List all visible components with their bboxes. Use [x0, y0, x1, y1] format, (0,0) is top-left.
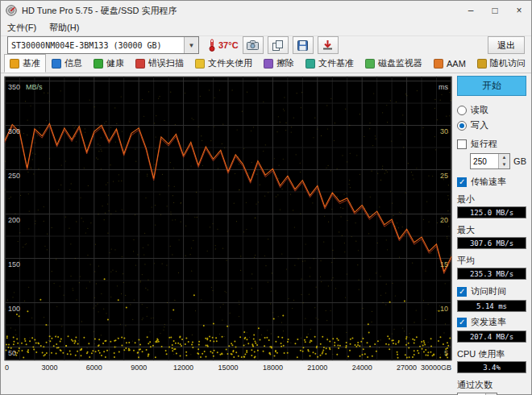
cpu-usage-label: CPU 使用率	[457, 348, 526, 360]
tab-bar: 基准信息健康错误扫描文件夹使用擦除文件基准磁盘监视器AAM随机访问额外测试	[1, 54, 531, 73]
svg-text:ms: ms	[438, 83, 448, 91]
tab-health[interactable]: 健康	[88, 54, 130, 73]
svg-text:24000: 24000	[352, 364, 372, 372]
capacity-unit-label: GB	[513, 156, 526, 166]
floppy-save-icon	[297, 40, 308, 51]
burst-rate-label: 突发速率	[471, 316, 506, 328]
access-time-option[interactable]: 访问时间	[457, 285, 526, 297]
svg-text:30: 30	[440, 127, 448, 135]
drive-selector[interactable]: ST30000NM004E-3BM133 (30000 GB) ▼	[7, 36, 199, 54]
capacity-row: ▲▼ GB	[470, 153, 526, 169]
short-stroke-checkbox[interactable]	[457, 139, 467, 149]
spin-down-icon[interactable]: ▼	[499, 161, 509, 168]
write-radio[interactable]	[457, 121, 467, 131]
read-label: 读取	[471, 104, 488, 116]
minimize-button[interactable]: –	[459, 1, 483, 20]
tab-label: 随机访问	[490, 57, 526, 69]
benchmark-chart: 35030025020015010050MB/sms30252015105030…	[4, 76, 452, 395]
svg-text:15: 15	[440, 260, 448, 268]
screenshot-button[interactable]	[243, 36, 264, 54]
svg-text:20: 20	[440, 216, 448, 224]
transfer-rate-option[interactable]: 传输速率	[457, 176, 526, 188]
tab-label: 信息	[64, 57, 82, 69]
file-bench-icon	[305, 59, 315, 69]
svg-text:50: 50	[8, 349, 16, 357]
health-icon	[94, 59, 103, 69]
benchmark-icon	[10, 59, 19, 69]
svg-text:100: 100	[8, 305, 20, 313]
burst-rate-option[interactable]: 突发速率	[457, 316, 526, 328]
burst-rate-checkbox[interactable]	[457, 318, 467, 327]
random-access-icon	[477, 59, 487, 69]
svg-text:27000: 27000	[397, 364, 417, 372]
svg-text:12000: 12000	[173, 364, 193, 372]
pass-count-label: 通过次数	[457, 379, 526, 391]
app-window: HD Tune Pro 5.75 - 硬盘/SSD 实用程序 – □ × 文件(…	[0, 0, 532, 395]
spin-up-icon[interactable]: ▲	[499, 154, 509, 161]
capacity-input[interactable]	[471, 154, 498, 168]
temperature-indicator: 37°C	[208, 39, 239, 52]
window-title: HD Tune Pro 5.75 - 硬盘/SSD 实用程序	[22, 5, 459, 17]
tab-aam[interactable]: AAM	[428, 54, 472, 73]
svg-text:150: 150	[8, 260, 20, 268]
burst-rate-display: 207.4 MB/s	[457, 331, 526, 343]
svg-text:25: 25	[440, 172, 448, 180]
svg-text:3000: 3000	[41, 364, 57, 372]
error-scan-icon	[135, 59, 145, 69]
svg-text:9000: 9000	[131, 364, 147, 372]
tab-label: 文件夹使用	[208, 57, 252, 69]
svg-text:200: 200	[8, 216, 20, 224]
folder-usage-icon	[195, 59, 205, 69]
access-time-display: 5.14 ms	[457, 300, 526, 312]
min-value-display: 125.0 MB/s	[457, 206, 526, 218]
tab-file-bench[interactable]: 文件基准	[300, 54, 360, 73]
transfer-rate-checkbox[interactable]	[457, 177, 467, 187]
avg-label: 平均	[457, 255, 526, 267]
benchmark-chart-svg: 35030025020015010050MB/sms30252015105030…	[4, 76, 452, 384]
export-results-button[interactable]	[318, 36, 339, 54]
chevron-down-icon[interactable]: ▼	[184, 37, 198, 53]
close-button[interactable]: ×	[507, 1, 531, 20]
tab-error-scan[interactable]: 错误扫描	[130, 54, 189, 73]
thermometer-icon	[208, 39, 216, 52]
svg-text:300: 300	[8, 127, 20, 135]
capacity-spin-arrows[interactable]: ▲▼	[498, 154, 509, 168]
svg-text:18000: 18000	[263, 364, 283, 372]
info-icon	[52, 59, 61, 69]
tab-label: 文件基准	[318, 57, 354, 69]
main-area: 35030025020015010050MB/sms30252015105030…	[1, 73, 531, 395]
svg-text:10: 10	[440, 305, 448, 313]
svg-text:21000: 21000	[307, 364, 327, 372]
disk-monitor-icon	[365, 59, 375, 69]
tab-erase[interactable]: 擦除	[258, 54, 300, 73]
copy-button[interactable]	[268, 36, 289, 54]
access-time-checkbox[interactable]	[457, 287, 467, 297]
read-mode-option[interactable]: 读取	[457, 104, 526, 116]
menu-help[interactable]: 帮助(H)	[43, 20, 85, 35]
tab-info[interactable]: 信息	[46, 54, 88, 73]
app-icon	[6, 5, 17, 16]
tab-disk-monitor[interactable]: 磁盘监视器	[360, 54, 428, 73]
start-button[interactable]: 开始	[457, 76, 526, 96]
svg-text:30000GB: 30000GB	[421, 364, 451, 372]
toolbar: ST30000NM004E-3BM133 (30000 GB) ▼ 37°C	[1, 36, 531, 54]
short-stroke-option[interactable]: 短行程	[457, 138, 526, 150]
save-button[interactable]	[293, 36, 314, 54]
read-radio[interactable]	[457, 106, 467, 115]
title-bar: HD Tune Pro 5.75 - 硬盘/SSD 实用程序 – □ ×	[1, 1, 531, 20]
tab-benchmark[interactable]: 基准	[4, 54, 46, 73]
exit-button[interactable]: 退出	[488, 36, 525, 54]
svg-text:350: 350	[8, 83, 20, 91]
tab-folder-usage[interactable]: 文件夹使用	[189, 54, 258, 73]
tab-label: 基准	[23, 57, 40, 69]
copy-icon	[272, 40, 283, 51]
menu-file[interactable]: 文件(F)	[1, 20, 43, 35]
cpu-usage-display: 3.4%	[457, 361, 526, 373]
svg-text:MB/s: MB/s	[26, 83, 43, 91]
tab-label: 健康	[106, 57, 124, 69]
tab-random-access[interactable]: 随机访问	[472, 54, 531, 73]
write-mode-option[interactable]: 写入	[457, 119, 526, 131]
maximize-button[interactable]: □	[483, 1, 507, 20]
aam-icon	[434, 59, 443, 69]
capacity-stepper[interactable]: ▲▼	[470, 153, 510, 169]
